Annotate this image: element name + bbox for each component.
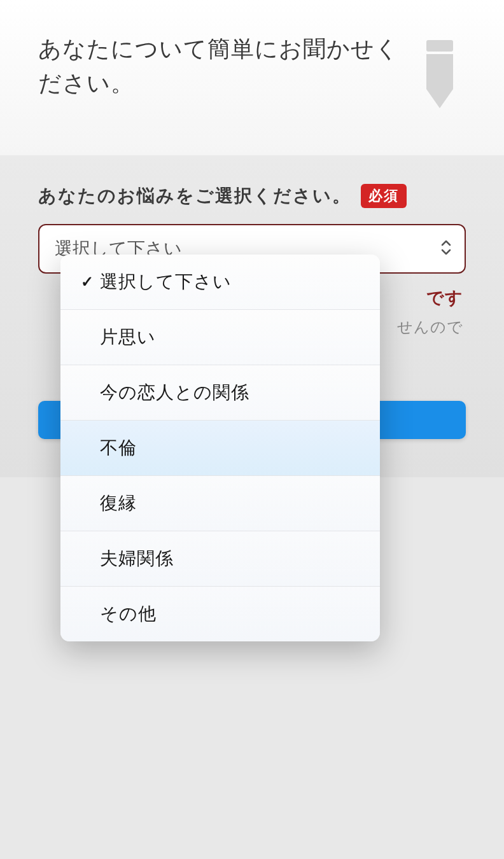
page-header: あなたについて簡単にお聞かせください。: [0, 0, 504, 155]
dropdown-option-furin[interactable]: 不倫: [60, 421, 380, 476]
pencil-icon: [402, 35, 472, 111]
svg-marker-2: [426, 89, 453, 108]
option-label: 復縁: [100, 491, 367, 515]
dropdown-option-fukuen[interactable]: 復縁: [60, 476, 380, 531]
concern-dropdown: ✓ 選択して下さい 片思い 今の恋人との関係 不倫 復縁 夫婦関係 その他: [60, 255, 380, 641]
check-icon: ✓: [81, 273, 94, 291]
option-label: 片思い: [100, 325, 367, 349]
option-label: その他: [100, 602, 367, 626]
field-label-row: あなたのお悩みをご選択ください。 必須: [38, 184, 466, 208]
required-badge: 必須: [361, 184, 407, 208]
svg-rect-0: [426, 40, 453, 52]
field-label: あなたのお悩みをご選択ください。: [38, 184, 351, 208]
option-label: 今の恋人との関係: [100, 381, 367, 405]
chevron-updown-icon: [440, 239, 452, 258]
dropdown-option-sonota[interactable]: その他: [60, 587, 380, 641]
svg-rect-1: [426, 54, 453, 89]
dropdown-option-fuufu[interactable]: 夫婦関係: [60, 531, 380, 587]
option-label: 夫婦関係: [100, 547, 367, 571]
option-label: 選択して下さい: [100, 270, 367, 294]
page-title: あなたについて簡単にお聞かせください。: [38, 32, 402, 101]
dropdown-option-koibito[interactable]: 今の恋人との関係: [60, 365, 380, 421]
dropdown-option-placeholder[interactable]: ✓ 選択して下さい: [60, 255, 380, 310]
option-label: 不倫: [100, 436, 367, 460]
dropdown-option-kataomoi[interactable]: 片思い: [60, 310, 380, 365]
